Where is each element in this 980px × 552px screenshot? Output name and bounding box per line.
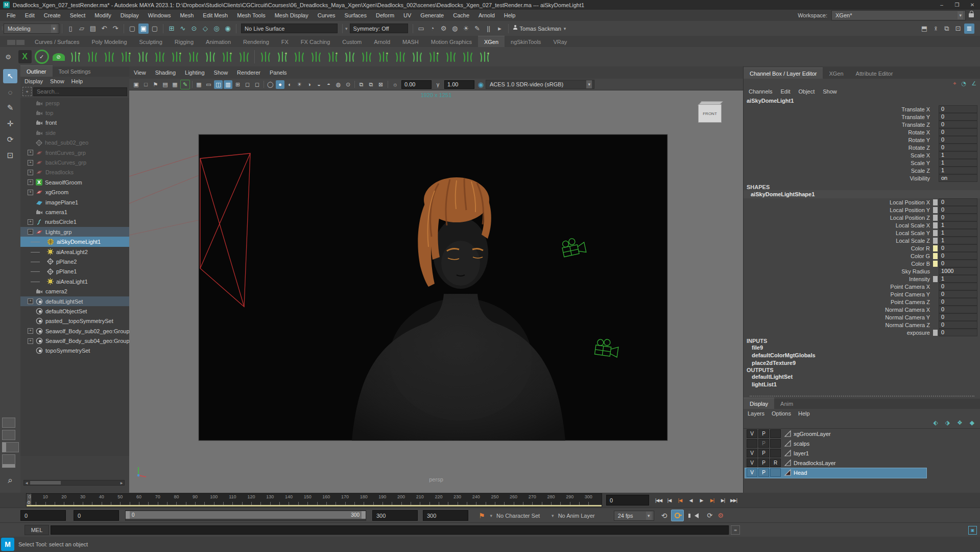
split-bottom-layout-button[interactable] <box>2 454 15 468</box>
outliner-item-imageplane1[interactable]: imagePlane1 <box>20 197 129 207</box>
xgen-shelf-icon-6[interactable] <box>101 49 117 65</box>
panel-menu-lighting[interactable]: Lighting <box>180 70 209 76</box>
animation-end-field[interactable]: 300 <box>423 510 468 521</box>
snap-plane-icon[interactable]: ◇ <box>200 24 210 34</box>
outliner-item-pplane1[interactable]: pPlane1 <box>20 267 129 277</box>
channel-row[interactable]: Translate Y0 <box>744 113 980 121</box>
textured-icon[interactable]: ◐ <box>285 80 294 89</box>
channel-value-field[interactable]: 0 <box>939 136 977 144</box>
menu-file[interactable]: File <box>2 12 20 18</box>
shelf-options-icon[interactable] <box>16 40 25 45</box>
xgen-shelf-icon-5[interactable] <box>84 49 100 65</box>
outliner-menu-display[interactable]: Display <box>25 78 43 84</box>
xgen-shelf-icon-20[interactable] <box>342 49 357 65</box>
outliner-horizontal-scrollbar[interactable]: ◀ ▶ <box>23 480 125 486</box>
step-forward-key-button[interactable]: ▶| <box>707 495 717 505</box>
channel-row[interactable]: Color G0 <box>744 252 980 260</box>
xgen-shelf-icon-26[interactable] <box>443 49 459 65</box>
channel-state-box[interactable] <box>933 245 938 251</box>
menu-curves[interactable]: Curves <box>313 12 340 18</box>
resolution-gate-icon[interactable]: ◫ <box>214 80 223 89</box>
safe-title-icon[interactable]: ◻ <box>253 80 261 89</box>
anim-layer-selector[interactable]: No Anim Layer <box>558 513 607 519</box>
menu-generate[interactable]: Generate <box>416 12 448 18</box>
panel-tab-channel-box-layer-editor[interactable]: Channel Box / Layer Editor <box>744 67 823 79</box>
outliner-item-camera1[interactable]: camera1 <box>20 207 129 217</box>
channel-row[interactable]: Sky Radius1000 <box>744 267 980 275</box>
maximize-button[interactable]: ❐ <box>949 2 965 8</box>
menu-windows[interactable]: Windows <box>144 12 176 18</box>
channel-row[interactable]: Color R0 <box>744 244 980 252</box>
menu-mesh-tools[interactable]: Mesh Tools <box>232 12 270 18</box>
channel-row[interactable]: Scale X1 <box>744 151 980 159</box>
menu-select[interactable]: Select <box>65 12 90 18</box>
gamma-field[interactable]: 1.00 <box>444 80 474 89</box>
fps-selector[interactable]: 24 fps ▾ <box>614 511 654 521</box>
layer-display-type-toggle[interactable] <box>770 429 781 438</box>
outliner-item-dreadlocks[interactable]: +Dreadlocks <box>20 168 129 177</box>
step-back-frame-button[interactable]: |◀ <box>664 495 674 505</box>
scroll-right-icon[interactable]: ▶ <box>119 480 124 485</box>
select-object-icon[interactable]: ▣ <box>138 24 149 34</box>
minimize-button[interactable]: – <box>934 2 949 8</box>
xgen-shelf-icon-10[interactable]: + <box>169 49 184 65</box>
collapse-handle-icon[interactable]: ⁞⁞ <box>2 26 2 31</box>
channel-state-box[interactable] <box>933 307 938 313</box>
select-component-icon[interactable]: ▢ <box>150 24 160 34</box>
channel-row[interactable]: Point Camera X0 <box>744 283 980 290</box>
channel-row[interactable]: Rotate Z0 <box>744 144 980 151</box>
playback-start-field[interactable]: 0 <box>74 510 119 521</box>
channel-row[interactable]: Point Camera Y0 <box>744 290 980 298</box>
layer-menu-options[interactable]: Options <box>772 410 791 417</box>
layer-menu-layers[interactable]: Layers <box>748 410 764 417</box>
playback-end-field[interactable]: 300 <box>372 510 418 521</box>
make-live-icon[interactable]: ◉ <box>223 24 233 34</box>
xgen-shelf-icon-16[interactable]: + <box>274 49 290 65</box>
outliner-item-top[interactable]: top <box>20 108 129 118</box>
hyperbolic-graph-icon[interactable]: ∠ <box>971 80 976 87</box>
channel-state-box[interactable] <box>933 284 938 290</box>
channel-value-field[interactable]: 1000 <box>939 267 977 275</box>
shelf-tab-poly-modeling[interactable]: Poly Modeling <box>85 36 133 47</box>
xgen-shelf-icon-12[interactable] <box>202 49 218 65</box>
shelf-tab-fx[interactable]: FX <box>275 36 295 47</box>
manipulator-axis-icon[interactable]: ⌖ <box>953 80 956 87</box>
panel-tab-xgen[interactable]: XGen <box>823 68 849 79</box>
layer-display-type-toggle[interactable] <box>770 449 781 457</box>
channel-state-box[interactable] <box>933 299 938 305</box>
expand-plus-icon[interactable]: + <box>28 338 33 344</box>
wireframe-icon[interactable]: ◯ <box>266 80 275 89</box>
layer-color-swatch[interactable] <box>784 449 792 457</box>
channel-value-field[interactable]: on <box>939 174 977 182</box>
channel-state-box[interactable] <box>933 261 938 267</box>
motion-blur-icon[interactable]: ◓ <box>324 80 333 89</box>
panel-menu-show[interactable]: Show <box>209 70 233 76</box>
layer-playback-toggle[interactable]: P <box>758 429 769 438</box>
step-forward-frame-button[interactable]: ▶| <box>718 495 728 505</box>
go-to-start-button[interactable]: |◀◀ <box>654 495 663 505</box>
output-node-defaultlightset[interactable]: defaultLightSet <box>744 373 980 381</box>
outliner-item-persp[interactable]: persp <box>20 98 129 108</box>
go-to-end-button[interactable]: ▶▶| <box>729 495 738 505</box>
outliner-item-front[interactable]: front <box>20 118 129 128</box>
channel-value-field[interactable]: 0 <box>939 214 977 221</box>
shelf-tab-sculpting[interactable]: Sculpting <box>133 36 169 47</box>
snap-curve-icon[interactable]: ∿ <box>178 24 188 34</box>
move-layer-up-icon[interactable]: ⬖ <box>934 419 938 426</box>
outliner-item-side[interactable]: side <box>20 128 129 137</box>
colorspace-selector[interactable]: ACES 1.0 SDR-video (sRGB)▾ <box>486 80 594 89</box>
layer-playback-toggle[interactable]: P <box>758 449 769 457</box>
xgen-shelf-icon-11[interactable] <box>185 49 201 65</box>
outliner-item-pasted-toposymmetryset[interactable]: pasted__topoSymmetrySet <box>20 316 129 326</box>
attribute-editor-icon[interactable]: ⧉ <box>942 24 952 34</box>
user-account-menu[interactable]: Tomas Sackman ▾ <box>513 26 566 32</box>
shelf-tab-motion-graphics[interactable]: Motion Graphics <box>425 36 478 47</box>
outliner-item-frontcurves-grp[interactable]: +frontCurves_grp <box>20 148 129 157</box>
shelf-tab-custom[interactable]: Custom <box>336 36 368 47</box>
channel-value-field[interactable]: 1 <box>939 151 977 159</box>
chevron-down-icon[interactable]: ▾ <box>552 513 554 518</box>
channel-state-box[interactable] <box>933 268 938 274</box>
expand-plus-icon[interactable]: + <box>28 219 33 225</box>
gamma-icon[interactable]: γ <box>434 80 442 89</box>
layer-row-xggroomlayer[interactable]: VPxgGroomLayer <box>744 429 980 439</box>
